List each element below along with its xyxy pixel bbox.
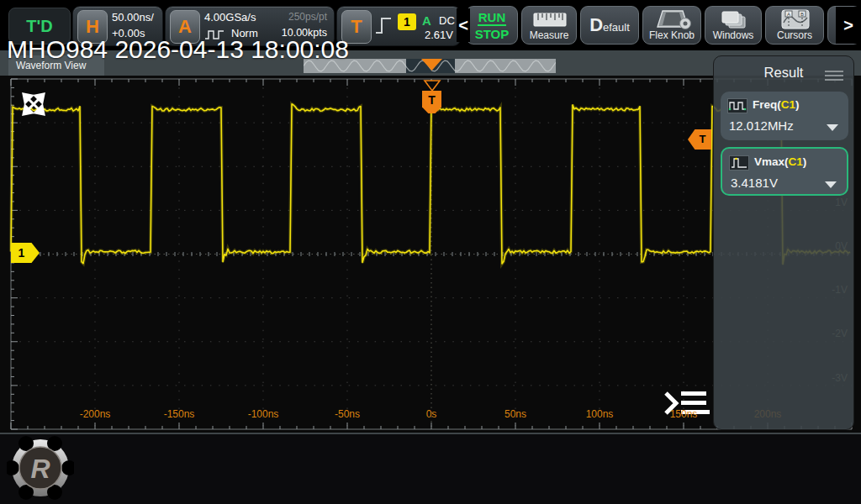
- trigger-status-indicator[interactable]: T'D: [8, 8, 71, 45]
- result-menu-icon[interactable]: [825, 71, 843, 82]
- run-label: RUN: [478, 10, 507, 26]
- x-tick-label: -50ns: [335, 408, 360, 420]
- trigger-position-pointer: [423, 80, 441, 92]
- x-tick-label: 50ns: [504, 408, 526, 420]
- measurement-source: C1: [781, 98, 795, 111]
- x-tick-label: 0s: [426, 408, 437, 420]
- horizontal-settings[interactable]: H 50.00ns/ +0.00s: [72, 6, 163, 46]
- measurement-name: Vmax(: [754, 155, 789, 168]
- svg-text:R: R: [30, 454, 50, 484]
- trigger-position-flag[interactable]: T: [422, 91, 441, 113]
- sample-interval: 250ps/pt: [288, 11, 327, 23]
- timebase-scale: 50.00ns/: [112, 11, 154, 24]
- result-panel: Result Freq(C1) 12.012MHz Vmax(C1) 3.418…: [713, 55, 854, 430]
- bottom-bar: [0, 433, 861, 504]
- acquisition-key-badge: A: [170, 10, 200, 44]
- x-tick-label: 100ns: [586, 408, 614, 420]
- oscilloscope-screen: -200ns -150ns -100ns -50ns 0s 50ns 100ns…: [0, 0, 861, 504]
- x-tick-label: -100ns: [248, 408, 279, 420]
- chevron-down-icon[interactable]: [827, 124, 838, 131]
- acquisition-settings[interactable]: A 4.00GSa/s Norm 250ps/pt 10.00kpts: [165, 6, 335, 46]
- windows-button[interactable]: Windows: [705, 6, 762, 45]
- acquisition-mode-icon: [204, 29, 226, 40]
- svg-text:B: B: [800, 12, 804, 17]
- ruler-icon: [533, 13, 567, 28]
- flex-knob-button[interactable]: Flex Knob: [642, 6, 701, 45]
- cursors-button[interactable]: A B Cursors: [765, 6, 824, 45]
- flex-knob-label: Flex Knob: [643, 29, 700, 41]
- svg-text:A: A: [787, 12, 790, 17]
- chevron-down-icon[interactable]: [825, 181, 837, 188]
- cursors-label: Cursors: [766, 29, 823, 41]
- acquisition-mode: Norm: [231, 27, 258, 39]
- trigger-sweep: A: [422, 13, 431, 28]
- freq-measure-icon: [727, 98, 747, 113]
- trigger-source-badge: 1: [398, 13, 416, 30]
- horizontal-position-bar[interactable]: [304, 59, 556, 73]
- x-tick-label: -200ns: [80, 408, 111, 420]
- horizontal-key-badge: H: [77, 10, 108, 44]
- trigger-slope-icon: [374, 14, 393, 36]
- default-label: Default: [589, 14, 630, 36]
- expand-icon[interactable]: [20, 91, 47, 118]
- trigger-coupling: DC: [439, 14, 455, 27]
- cursors-icon: A B: [781, 9, 810, 29]
- windows-label: Windows: [705, 29, 761, 41]
- memory-depth: 10.00kpts: [282, 27, 327, 39]
- stop-label: STOP: [467, 27, 517, 41]
- timebase-offset: +0.00s: [112, 27, 145, 39]
- measurement-value: 3.4181V: [731, 176, 778, 190]
- run-stop-button[interactable]: RUN STOP: [466, 6, 518, 45]
- measurement-name-close: ): [803, 155, 807, 168]
- default-button[interactable]: Default: [580, 6, 639, 45]
- rigol-logo: R: [7, 435, 74, 501]
- measurement-card-vmax[interactable]: Vmax(C1) 3.4181V: [721, 147, 848, 196]
- measurement-source: C1: [789, 155, 803, 168]
- vmax-measure-icon: [729, 155, 749, 171]
- x-tick-label: 150ns: [670, 408, 698, 420]
- x-tick-label: -150ns: [164, 408, 195, 420]
- toolbar-scroll-right[interactable]: >: [836, 7, 861, 44]
- windows-icon: [721, 10, 747, 29]
- sample-rate: 4.00GSa/s: [204, 11, 256, 24]
- trigger-key-badge: T: [341, 10, 372, 44]
- tab-waveform-view[interactable]: Waveform View: [8, 55, 104, 76]
- measure-button[interactable]: Measure: [521, 6, 577, 45]
- trigger-settings[interactable]: T 1 A DC 2.61V: [336, 6, 461, 46]
- toolbar-scroll-left[interactable]: <: [457, 8, 470, 42]
- measurement-value: 12.012MHz: [729, 118, 794, 133]
- measurement-name-close: ): [795, 98, 800, 111]
- top-bar: T'D H 50.00ns/ +0.00s A 4.00GSa/s Norm 2…: [0, 0, 861, 50]
- trigger-level: 2.61V: [425, 29, 453, 41]
- knob-icon: [655, 9, 692, 29]
- measure-label: Measure: [522, 29, 576, 41]
- measurement-name: Freq(: [753, 98, 781, 111]
- measurement-card-freq[interactable]: Freq(C1) 12.012MHz: [721, 92, 848, 140]
